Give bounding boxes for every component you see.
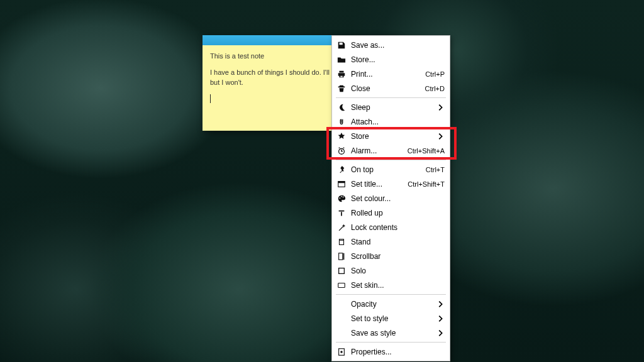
alarm-icon (336, 146, 347, 155)
skin-icon (336, 281, 347, 290)
menu-item-label: Close (347, 84, 419, 93)
menu-item-label: Set skin... (347, 281, 445, 290)
menu-item-set-title[interactable]: Set title...Ctrl+Shift+T (332, 177, 450, 191)
menu-separator (336, 97, 446, 98)
menu-item-label: Set colour... (347, 194, 445, 203)
menu-separator (336, 294, 446, 295)
titlebar-icon (336, 180, 347, 189)
menu-item-opacity[interactable]: Opacity (332, 297, 450, 311)
menu-item-label: Store (347, 132, 436, 141)
props-icon (336, 348, 347, 356)
menu-item-alarm[interactable]: Alarm...Ctrl+Shift+A (332, 143, 450, 158)
sleep-icon (336, 103, 347, 112)
menu-item-stand[interactable]: Stand (332, 234, 450, 249)
menu-item-solo[interactable]: Solo (332, 263, 450, 278)
menu-item-label: Solo (347, 266, 445, 275)
menu-item-store2[interactable]: Store (332, 129, 450, 143)
menu-item-shortcut: Ctrl+Shift+A (401, 147, 445, 155)
save-icon (336, 41, 347, 50)
desktop-wallpaper: × This is a test note I have a bunch of … (0, 0, 644, 362)
menu-separator (336, 342, 446, 343)
menu-item-label: Save as... (347, 41, 445, 50)
chevron-right-icon (436, 132, 445, 141)
print-icon (336, 70, 347, 79)
menu-separator (336, 160, 446, 160)
context-menu: Save as...Store...Print...Ctrl+PCloseCtr… (331, 35, 450, 361)
text-caret (210, 94, 211, 103)
menu-item-lock[interactable]: Lock contents (332, 220, 450, 234)
pin-icon (336, 165, 347, 174)
menu-item-shortcut: Ctrl+P (419, 70, 445, 78)
menu-item-rolled-up[interactable]: Rolled up (332, 206, 450, 220)
menu-item-shortcut: Ctrl+T (419, 166, 445, 173)
menu-item-label: Rolled up (347, 209, 445, 217)
trash-icon (336, 84, 347, 93)
menu-item-on-top[interactable]: On topCtrl+T (332, 162, 450, 177)
chevron-right-icon (436, 329, 445, 337)
wand-icon (336, 223, 347, 232)
menu-item-shortcut: Ctrl+D (419, 85, 445, 92)
menu-item-label: Store... (347, 55, 445, 64)
menu-item-label: Set title... (347, 180, 401, 189)
solo-icon (336, 266, 347, 275)
menu-item-label: Save as style (347, 329, 436, 337)
chevron-right-icon (436, 300, 445, 309)
menu-item-label: Print... (347, 70, 419, 79)
menu-item-label: Set to style (347, 314, 436, 323)
menu-item-close[interactable]: CloseCtrl+D (332, 81, 450, 96)
menu-item-store[interactable]: Store... (332, 52, 450, 67)
menu-item-set-to-style[interactable]: Set to style (332, 311, 450, 326)
menu-item-label: Alarm... (347, 146, 401, 155)
menu-item-label: Lock contents (347, 223, 445, 232)
stand-icon (336, 238, 347, 246)
menu-item-label: Properties... (347, 348, 445, 356)
chevron-right-icon (436, 314, 445, 323)
palette-icon (336, 194, 347, 203)
menu-item-attach[interactable]: Attach... (332, 114, 450, 129)
menu-item-label: Scrollbar (347, 252, 445, 261)
menu-item-label: Attach... (347, 118, 445, 126)
chevron-right-icon (436, 103, 445, 112)
menu-item-save-as-style[interactable]: Save as style (332, 326, 450, 340)
folder-icon (336, 55, 347, 64)
scroll-icon (336, 252, 347, 261)
menu-item-label: Sleep (347, 103, 436, 112)
menu-item-label: On top (347, 165, 419, 174)
menu-item-set-colour[interactable]: Set colour... (332, 191, 450, 206)
menu-item-set-skin[interactable]: Set skin... (332, 278, 450, 292)
menu-item-label: Opacity (347, 300, 436, 309)
attach-icon (336, 118, 347, 126)
menu-item-sleep[interactable]: Sleep (332, 100, 450, 114)
menu-item-shortcut: Ctrl+Shift+T (401, 180, 445, 188)
menu-item-label: Stand (347, 238, 445, 246)
menu-item-print[interactable]: Print...Ctrl+P (332, 67, 450, 81)
menu-item-scrollbar[interactable]: Scrollbar (332, 249, 450, 263)
rollup-icon (336, 209, 347, 217)
menu-item-save-as[interactable]: Save as... (332, 38, 450, 52)
star-icon (336, 132, 347, 141)
menu-item-properties[interactable]: Properties... (332, 344, 450, 359)
